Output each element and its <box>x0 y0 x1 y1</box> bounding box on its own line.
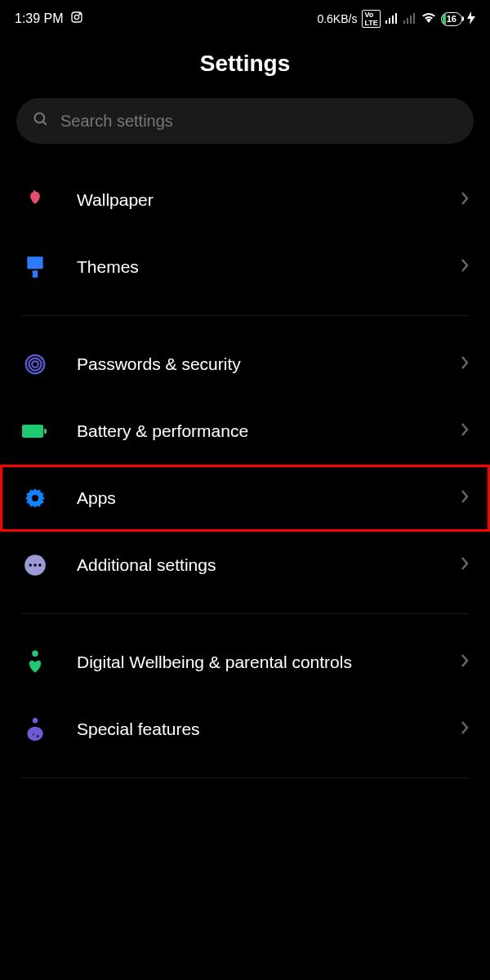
svg-rect-19 <box>44 429 47 434</box>
settings-item-label: Passwords & security <box>77 353 461 375</box>
chevron-right-icon <box>461 258 469 276</box>
flask-icon <box>21 715 49 743</box>
signal-icon-1 <box>385 12 399 26</box>
svg-rect-7 <box>403 20 405 24</box>
settings-item-label: Wallpaper <box>77 189 461 211</box>
chevron-right-icon <box>461 720 469 738</box>
volte-icon: VoLTE <box>362 10 380 28</box>
svg-point-27 <box>27 727 42 741</box>
wallpaper-icon <box>21 186 49 214</box>
battery-icon <box>21 417 49 445</box>
svg-rect-9 <box>410 16 412 24</box>
svg-rect-6 <box>395 13 397 24</box>
svg-point-24 <box>38 564 42 567</box>
chevron-right-icon <box>461 191 469 209</box>
svg-rect-8 <box>407 18 408 24</box>
more-icon <box>21 551 49 579</box>
status-bar: 1:39 PM 0.6KB/s VoLTE <box>0 0 490 34</box>
svg-point-1 <box>74 15 78 19</box>
data-rate: 0.6KB/s <box>317 12 357 25</box>
settings-item-passwords-security[interactable]: Passwords & security <box>0 331 490 398</box>
settings-item-themes[interactable]: Themes <box>0 234 490 301</box>
divider <box>21 315 469 316</box>
instagram-icon <box>70 11 83 27</box>
svg-rect-5 <box>392 16 394 24</box>
settings-item-label: Special features <box>77 718 461 740</box>
divider <box>21 777 469 778</box>
svg-rect-14 <box>33 270 38 278</box>
svg-point-16 <box>29 359 42 371</box>
chevron-right-icon <box>461 556 469 574</box>
settings-item-special-features[interactable]: Special features <box>0 696 490 763</box>
battery-icon: 16 <box>441 12 462 26</box>
divider <box>21 613 469 614</box>
svg-point-25 <box>32 651 38 657</box>
settings-item-digital-wellbeing[interactable]: Digital Wellbeing & parental controls <box>0 629 490 696</box>
settings-list: Wallpaper Themes Passwords & security <box>0 167 490 778</box>
status-time: 1:39 PM <box>15 11 64 26</box>
chevron-right-icon <box>461 653 469 671</box>
svg-point-26 <box>33 718 38 723</box>
signal-icon-2 <box>403 12 416 26</box>
wifi-icon <box>421 12 436 26</box>
svg-point-15 <box>32 361 38 368</box>
fingerprint-icon <box>21 350 49 378</box>
page-title: Settings <box>0 51 490 77</box>
svg-point-11 <box>35 114 45 123</box>
svg-rect-3 <box>385 20 387 24</box>
settings-item-additional-settings[interactable]: Additional settings <box>0 532 490 599</box>
svg-rect-18 <box>22 425 43 438</box>
status-right: 0.6KB/s VoLTE 16 <box>317 10 475 28</box>
svg-point-20 <box>32 495 38 501</box>
charging-icon <box>467 11 475 27</box>
settings-item-label: Additional settings <box>77 554 461 576</box>
svg-rect-4 <box>389 18 390 24</box>
svg-point-2 <box>79 14 80 15</box>
svg-rect-10 <box>413 13 415 24</box>
settings-item-label: Apps <box>77 487 461 509</box>
svg-rect-13 <box>27 256 42 269</box>
themes-icon <box>21 253 49 281</box>
settings-item-label: Battery & performance <box>77 420 461 442</box>
heart-icon <box>21 648 49 676</box>
chevron-right-icon <box>461 355 469 373</box>
settings-item-apps[interactable]: Apps <box>0 465 490 532</box>
svg-line-12 <box>43 122 47 125</box>
chevron-right-icon <box>461 422 469 440</box>
chevron-right-icon <box>461 489 469 507</box>
status-left: 1:39 PM <box>15 11 83 27</box>
settings-item-label: Themes <box>77 256 461 278</box>
search-icon <box>33 111 49 131</box>
settings-item-wallpaper[interactable]: Wallpaper <box>0 167 490 234</box>
search-input[interactable] <box>60 112 457 131</box>
svg-point-29 <box>33 734 34 736</box>
gear-icon <box>21 484 49 512</box>
svg-point-22 <box>29 564 32 567</box>
settings-item-battery-performance[interactable]: Battery & performance <box>0 398 490 465</box>
search-bar[interactable] <box>16 98 474 144</box>
settings-item-label: Digital Wellbeing & parental controls <box>77 651 461 673</box>
svg-point-28 <box>37 735 39 737</box>
battery-percent: 16 <box>447 14 457 24</box>
svg-point-23 <box>33 564 37 567</box>
